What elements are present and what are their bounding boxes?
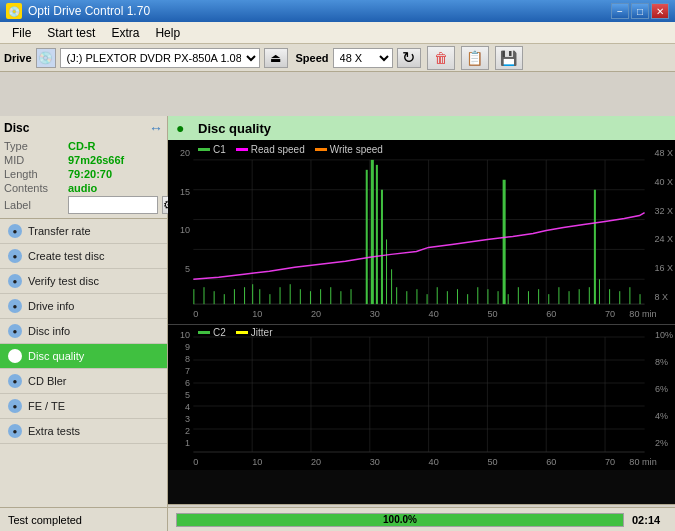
- bottom-chart-svg: 0 10 20 30 40 50 60 70 80 min: [168, 325, 675, 470]
- bottom-chart-legend: C2 Jitter: [198, 327, 272, 338]
- label-input[interactable]: [68, 196, 158, 214]
- svg-rect-52: [548, 294, 549, 304]
- status-text: Test completed: [0, 508, 168, 531]
- menu-bar: File Start test Extra Help: [0, 22, 675, 44]
- svg-rect-36: [396, 287, 397, 304]
- svg-text:40: 40: [429, 309, 439, 319]
- svg-rect-55: [579, 289, 580, 304]
- svg-text:70: 70: [605, 457, 615, 467]
- svg-rect-37: [406, 291, 407, 304]
- sidebar-item-transfer-rate[interactable]: ● Transfer rate: [0, 219, 167, 244]
- disc-quality-header: ● Disc quality: [168, 116, 675, 140]
- sidebar-item-disc-quality[interactable]: ● Disc quality: [0, 344, 167, 369]
- top-chart-y-axis: 20 15 10 5: [170, 148, 190, 302]
- svg-rect-19: [252, 284, 253, 304]
- refresh-button[interactable]: ↻: [397, 48, 421, 68]
- drive-info-icon: ●: [8, 299, 22, 313]
- charts-area: 20 15 10 5 48 X 40 X 32 X 24 X 16 X 8 X: [168, 140, 675, 504]
- sidebar-item-drive-info[interactable]: ● Drive info: [0, 294, 167, 319]
- svg-rect-58: [599, 279, 600, 304]
- title-bar: 💿 Opti Drive Control 1.70 − □ ✕: [0, 0, 675, 22]
- transfer-rate-icon: ●: [8, 224, 22, 238]
- svg-text:50: 50: [487, 457, 497, 467]
- write-speed-legend-color: [315, 148, 327, 151]
- svg-rect-15: [214, 291, 215, 304]
- svg-rect-54: [569, 291, 570, 304]
- svg-rect-34: [340, 291, 341, 304]
- svg-text:0: 0: [193, 457, 198, 467]
- content-area: Disc ↔ Type CD-R MID 97m26s66f Length 79…: [0, 116, 675, 531]
- sidebar-item-extra-tests[interactable]: ● Extra tests: [0, 419, 167, 444]
- svg-rect-51: [538, 289, 539, 304]
- svg-rect-57: [594, 190, 596, 304]
- menu-extra[interactable]: Extra: [103, 24, 147, 42]
- sidebar-menu: ● Transfer rate ● Create test disc ● Ver…: [0, 219, 167, 444]
- svg-text:60: 60: [546, 457, 556, 467]
- progress-text: 100.0%: [177, 514, 623, 526]
- close-button[interactable]: ✕: [651, 3, 669, 19]
- copy-button[interactable]: 📋: [461, 46, 489, 70]
- disc-quality-icon-header: ●: [176, 120, 192, 136]
- svg-rect-25: [310, 291, 311, 304]
- top-chart-right-axis: 48 X 40 X 32 X 24 X 16 X 8 X: [654, 148, 673, 302]
- svg-rect-22: [280, 287, 281, 304]
- svg-rect-45: [487, 289, 488, 304]
- svg-text:10: 10: [252, 309, 262, 319]
- sidebar-item-fe-te[interactable]: ● FE / TE: [0, 394, 167, 419]
- bottom-chart-right-axis: 10% 8% 6% 4% 2%: [655, 330, 673, 448]
- svg-rect-46: [498, 291, 499, 304]
- svg-rect-62: [640, 294, 641, 304]
- svg-rect-43: [467, 294, 468, 304]
- app-title: Opti Drive Control 1.70: [28, 4, 150, 18]
- minimize-button[interactable]: −: [611, 3, 629, 19]
- status-right-area: 100.0% 02:14: [168, 513, 675, 527]
- svg-text:0: 0: [193, 309, 198, 319]
- create-test-disc-icon: ●: [8, 249, 22, 263]
- svg-rect-61: [629, 287, 630, 304]
- svg-rect-56: [589, 287, 590, 304]
- progress-bar: 100.0%: [176, 513, 624, 527]
- read-speed-legend-color: [236, 148, 248, 151]
- svg-rect-32: [320, 289, 321, 304]
- drive-icon: 💿: [36, 48, 56, 68]
- c2-legend-color: [198, 331, 210, 334]
- sidebar-item-create-test-disc[interactable]: ● Create test disc: [0, 244, 167, 269]
- svg-rect-14: [203, 287, 204, 304]
- drive-select[interactable]: (J:) PLEXTOR DVDR PX-850A 1.08: [60, 48, 260, 68]
- mid-value: 97m26s66f: [68, 154, 124, 166]
- menu-file[interactable]: File: [4, 24, 39, 42]
- mid-label: MID: [4, 154, 64, 166]
- disc-info-icon: ●: [8, 324, 22, 338]
- save-button[interactable]: 💾: [495, 46, 523, 70]
- type-value: CD-R: [68, 140, 96, 152]
- svg-text:60: 60: [546, 309, 556, 319]
- sidebar-item-disc-info[interactable]: ● Disc info: [0, 319, 167, 344]
- fe-te-icon: ●: [8, 399, 22, 413]
- svg-text:40: 40: [429, 457, 439, 467]
- speed-select-main[interactable]: 48 X: [333, 48, 393, 68]
- speed-label: Speed: [296, 52, 329, 64]
- svg-rect-23: [290, 284, 291, 304]
- contents-label: Contents: [4, 182, 64, 194]
- maximize-button[interactable]: □: [631, 3, 649, 19]
- svg-rect-28: [376, 165, 378, 304]
- svg-rect-18: [244, 287, 245, 304]
- eject-button[interactable]: ⏏: [264, 48, 288, 68]
- erase-button[interactable]: 🗑: [427, 46, 455, 70]
- sidebar-item-cd-bler[interactable]: ● CD Bler: [0, 369, 167, 394]
- sidebar-item-verify-test-disc[interactable]: ● Verify test disc: [0, 269, 167, 294]
- type-label: Type: [4, 140, 64, 152]
- contents-value: audio: [68, 182, 97, 194]
- drive-label: Drive: [4, 52, 32, 64]
- menu-start-test[interactable]: Start test: [39, 24, 103, 42]
- app-icon: 💿: [6, 3, 22, 19]
- extra-tests-icon: ●: [8, 424, 22, 438]
- cd-bler-icon: ●: [8, 374, 22, 388]
- disc-expand-icon[interactable]: ↔: [149, 120, 163, 136]
- svg-text:80 min: 80 min: [629, 457, 656, 467]
- menu-help[interactable]: Help: [147, 24, 188, 42]
- svg-text:50: 50: [487, 309, 497, 319]
- svg-rect-26: [366, 170, 368, 304]
- svg-rect-13: [193, 289, 194, 304]
- bottom-chart: 10 9 8 7 6 5 4 3 2 1 10% 8%: [168, 325, 675, 470]
